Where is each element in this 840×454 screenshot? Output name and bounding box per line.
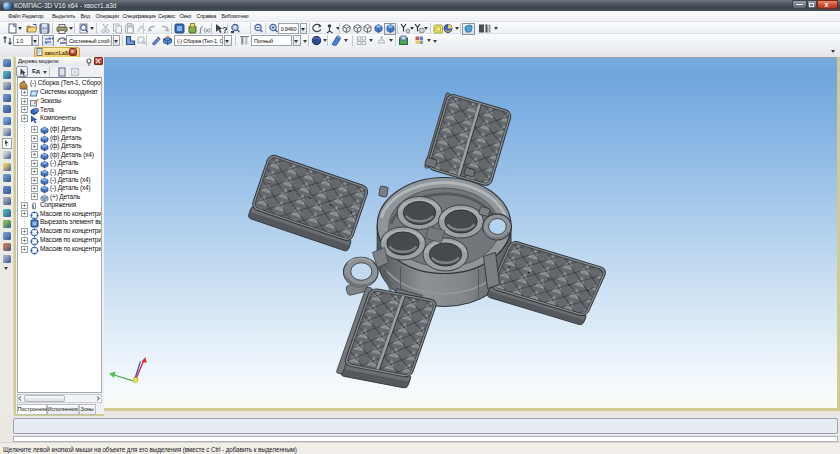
svg-text:(x): (x) [203, 27, 210, 33]
